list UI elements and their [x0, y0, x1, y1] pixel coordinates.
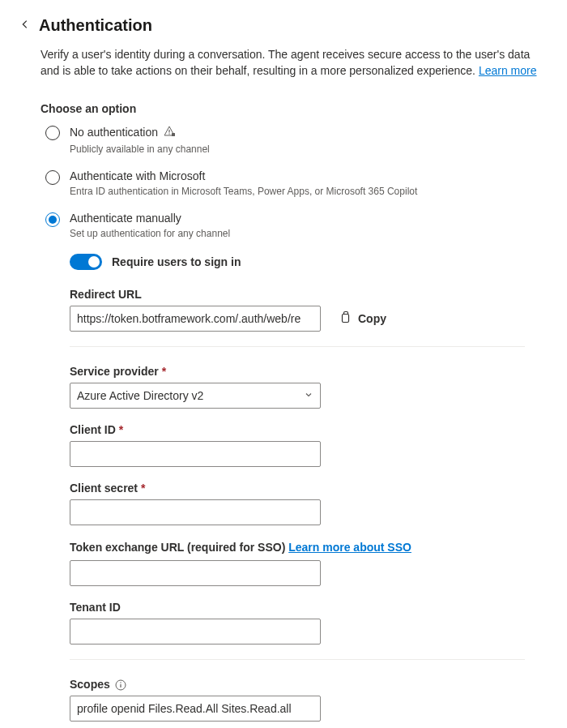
choose-option-label: Choose an option: [40, 102, 548, 115]
require-signin-toggle[interactable]: [70, 254, 102, 270]
learn-more-link[interactable]: Learn more: [479, 64, 537, 77]
sso-learn-more-link[interactable]: Learn more about SSO: [288, 541, 411, 554]
client-secret-label: Client secret *: [70, 482, 525, 495]
back-button[interactable]: [19, 19, 31, 32]
client-id-label: Client ID *: [70, 423, 525, 436]
info-icon[interactable]: [115, 679, 126, 691]
warning-icon: [163, 125, 176, 140]
svg-rect-5: [120, 684, 121, 687]
option-no-auth[interactable]: No authentication Publicly available in …: [45, 125, 548, 155]
require-signin-label: Require users to sign in: [112, 255, 241, 268]
page-title: Authentication: [39, 16, 152, 35]
client-id-input[interactable]: [70, 441, 321, 467]
scopes-input[interactable]: [70, 696, 321, 722]
tenant-id-input[interactable]: [70, 619, 321, 644]
option-microsoft-title: Authenticate with Microsoft: [70, 169, 548, 182]
svg-rect-0: [168, 130, 169, 133]
redirect-url-input[interactable]: [70, 306, 321, 332]
chevron-down-icon: [304, 389, 313, 402]
option-microsoft[interactable]: Authenticate with Microsoft Entra ID aut…: [45, 169, 548, 197]
redirect-url-label: Redirect URL: [70, 288, 525, 301]
radio-no-auth[interactable]: [45, 126, 60, 140]
divider: [70, 346, 525, 347]
token-exchange-input[interactable]: [70, 560, 321, 586]
desc-text: Verify a user's identity during a conver…: [40, 48, 530, 77]
option-no-auth-desc: Publicly available in any channel: [70, 143, 548, 155]
radio-manual[interactable]: [45, 212, 60, 227]
divider-2: [70, 659, 525, 660]
copy-label: Copy: [358, 312, 386, 325]
copy-button[interactable]: Copy: [339, 310, 386, 326]
svg-rect-2: [172, 133, 175, 136]
service-provider-value: Azure Active Directory v2: [77, 389, 203, 402]
option-manual[interactable]: Authenticate manually Set up authenticat…: [45, 212, 548, 239]
scopes-label: Scopes: [70, 678, 525, 691]
service-provider-label: Service provider *: [70, 365, 525, 378]
svg-rect-1: [168, 133, 169, 134]
option-microsoft-desc: Entra ID authentication in Microsoft Tea…: [70, 186, 548, 197]
token-exchange-label: Token exchange URL (required for SSO) Le…: [70, 540, 525, 556]
option-no-auth-title: No authentication: [70, 125, 548, 140]
copy-icon: [339, 310, 352, 326]
option-manual-title: Authenticate manually: [70, 212, 548, 225]
svg-rect-3: [343, 315, 349, 323]
service-provider-select[interactable]: Azure Active Directory v2: [70, 383, 321, 409]
option-manual-desc: Set up authentication for any channel: [70, 228, 548, 239]
page-description: Verify a user's identity during a conver…: [40, 46, 548, 79]
svg-rect-6: [120, 683, 121, 683]
client-secret-input[interactable]: [70, 499, 321, 525]
tenant-id-label: Tenant ID: [70, 601, 525, 614]
radio-microsoft[interactable]: [45, 170, 60, 185]
